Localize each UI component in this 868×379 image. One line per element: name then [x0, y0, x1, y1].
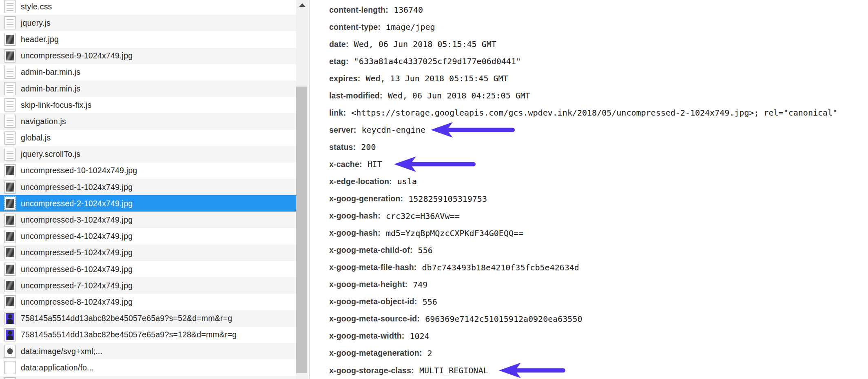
- header-value: db7c743493b18e4210f35fcb5e42634d: [422, 263, 579, 272]
- file-row[interactable]: uncompressed-1-1024x749.jpg: [0, 179, 296, 195]
- doc-file-icon: [4, 0, 16, 13]
- image-file-icon: [4, 181, 16, 194]
- file-name: uncompressed-4-1024x749.jpg: [21, 232, 133, 241]
- header-value: Wed, 06 Jun 2018 05:15:45 GMT: [354, 39, 496, 49]
- image-file-icon: [4, 279, 16, 292]
- header-name: content-length:: [329, 5, 388, 15]
- header-line: etag: "633a81a4c4337025cf29d177e06d0441": [329, 53, 868, 70]
- header-line: x-goog-meta-object-id: 556: [329, 293, 868, 310]
- image-file-icon: [4, 197, 16, 210]
- header-line: x-edge-location: usla: [329, 173, 868, 190]
- scrollbar-thumb[interactable]: [296, 87, 307, 373]
- header-line: expires: Wed, 13 Jun 2018 05:15:45 GMT: [329, 70, 868, 87]
- file-name: admin-bar.min.js: [21, 67, 80, 77]
- header-value: md5=YzqBpMQzcCXPKdF34G0EQQ==: [386, 228, 523, 238]
- header-value: "633a81a4c4337025cf29d177e06d0441": [354, 56, 521, 66]
- header-value: HIT: [368, 159, 382, 169]
- header-name: x-edge-location:: [329, 177, 392, 186]
- file-row[interactable]: style.css: [0, 0, 296, 15]
- doc-file-icon: [4, 16, 16, 29]
- file-name: uncompressed-10-1024x749.jpg: [21, 166, 137, 175]
- file-row[interactable]: 758145a5514dd13abc82be45057e65a9?s=52&d=…: [0, 310, 296, 327]
- file-name: uncompressed-1-1024x749.jpg: [21, 183, 133, 192]
- file-row[interactable]: skip-link-focus-fix.js: [0, 97, 296, 113]
- header-name: x-goog-generation:: [329, 194, 403, 203]
- file-row[interactable]: uncompressed-10-1024x749.jpg: [0, 163, 296, 179]
- header-value: 136740: [394, 5, 423, 15]
- file-row[interactable]: uncompressed-9-1024x749.jpg: [0, 48, 296, 64]
- image-file-icon: [4, 164, 16, 177]
- avatar-file-icon: [4, 312, 16, 325]
- svg-file-icon: [4, 345, 16, 358]
- file-row[interactable]: jquery.js: [0, 15, 296, 31]
- file-row[interactable]: uncompressed-8-1024x749.jpg: [0, 294, 296, 310]
- scroll-up-button[interactable]: [296, 0, 308, 11]
- doc-file-icon: [4, 82, 16, 95]
- header-name: date:: [329, 40, 349, 49]
- header-name: expires:: [329, 74, 360, 83]
- header-value: 556: [423, 297, 437, 307]
- avatar-file-icon: [4, 328, 16, 341]
- header-name: etag:: [329, 57, 349, 66]
- header-value: 2: [427, 348, 432, 358]
- annotation-arrow-icon: [394, 155, 478, 173]
- file-name: uncompressed-7-1024x749.jpg: [21, 281, 133, 290]
- doc-file-icon: [4, 132, 16, 145]
- header-name: x-goog-meta-child-of:: [329, 245, 413, 255]
- file-name: 758145a5514dd13abc82be45057e65a9?s=52&d=…: [21, 314, 232, 323]
- file-row[interactable]: data:image/svg+xml;...: [0, 343, 296, 359]
- header-line: date: Wed, 06 Jun 2018 05:15:45 GMT: [329, 36, 868, 53]
- file-row[interactable]: uncompressed-5-1024x749.jpg: [0, 245, 296, 261]
- file-row[interactable]: uncompressed-6-1024x749.jpg: [0, 261, 296, 277]
- file-name: style.css: [21, 2, 52, 11]
- doc-file-icon: [4, 98, 16, 111]
- image-file-icon: [4, 295, 16, 308]
- file-list-scrollbar[interactable]: [296, 0, 308, 379]
- file-row[interactable]: uncompressed-2-1024x749.jpg: [0, 195, 296, 212]
- image-file-icon: [4, 246, 16, 259]
- header-line: x-goog-hash: md5=YzqBpMQzcCXPKdF34G0EQQ=…: [329, 225, 868, 242]
- file-name: data:application/fo...: [21, 363, 94, 372]
- file-row[interactable]: admin-bar.min.js: [0, 64, 296, 80]
- file-name: uncompressed-9-1024x749.jpg: [21, 51, 133, 60]
- file-row[interactable]: data:application/fo...: [0, 359, 296, 376]
- file-row[interactable]: uncompressed-7-1024x749.jpg: [0, 277, 296, 294]
- file-row[interactable]: header.jpg: [0, 31, 296, 47]
- file-row[interactable]: 758145a5514dd13abc82be45057e65a9?s=128&d…: [0, 327, 296, 343]
- header-line: link: <https://storage.googleapis.com/gc…: [329, 104, 868, 121]
- file-row[interactable]: navigation.js: [0, 113, 296, 129]
- header-value: 749: [413, 280, 427, 290]
- header-line: last-modified: Wed, 06 Jun 2018 04:25:05…: [329, 87, 868, 104]
- file-name: global.js: [21, 133, 51, 143]
- header-line: x-cache: HIT: [329, 156, 868, 173]
- file-row[interactable]: uncompressed-4-1024x749.jpg: [0, 228, 296, 245]
- header-line: x-goog-meta-source-id: 696369e7142c51015…: [329, 310, 868, 328]
- file-name: data:image/svg+xml;...: [21, 347, 102, 356]
- header-name: x-goog-meta-file-hash:: [329, 263, 417, 272]
- header-value: 1528259105319753: [408, 194, 487, 204]
- header-value: 1024: [410, 331, 430, 341]
- file-row[interactable]: admin-bar.min.js: [0, 80, 296, 97]
- file-row[interactable]: global.js: [0, 130, 296, 146]
- header-value: MULTI_REGIONAL: [419, 366, 488, 375]
- header-line: content-length: 136740: [329, 1, 868, 18]
- header-value: crc32c=H36AVw==: [386, 211, 460, 221]
- header-line: x-goog-meta-child-of: 556: [329, 242, 868, 259]
- image-file-icon: [4, 230, 16, 243]
- header-name: x-cache:: [329, 160, 362, 169]
- header-line: x-goog-meta-height: 749: [329, 276, 868, 293]
- file-row[interactable]: [0, 376, 296, 379]
- header-name: last-modified:: [329, 91, 383, 100]
- header-line: x-goog-storage-class: MULTI_REGIONAL: [329, 362, 868, 379]
- image-file-icon: [4, 49, 16, 62]
- header-value: <https://storage.googleapis.com/gcs.wpde…: [351, 108, 837, 118]
- doc-file-icon: [4, 66, 16, 79]
- file-name: uncompressed-8-1024x749.jpg: [21, 297, 133, 307]
- file-name: jquery.scrollTo.js: [21, 149, 80, 159]
- header-name: x-goog-hash:: [329, 228, 381, 238]
- file-row[interactable]: uncompressed-3-1024x749.jpg: [0, 212, 296, 228]
- file-row[interactable]: jquery.scrollTo.js: [0, 146, 296, 163]
- file-list: style.css jquery.js header.jpg uncompres…: [0, 0, 296, 379]
- file-name: 758145a5514dd13abc82be45057e65a9?s=128&d…: [21, 330, 237, 339]
- file-name: uncompressed-6-1024x749.jpg: [21, 265, 133, 274]
